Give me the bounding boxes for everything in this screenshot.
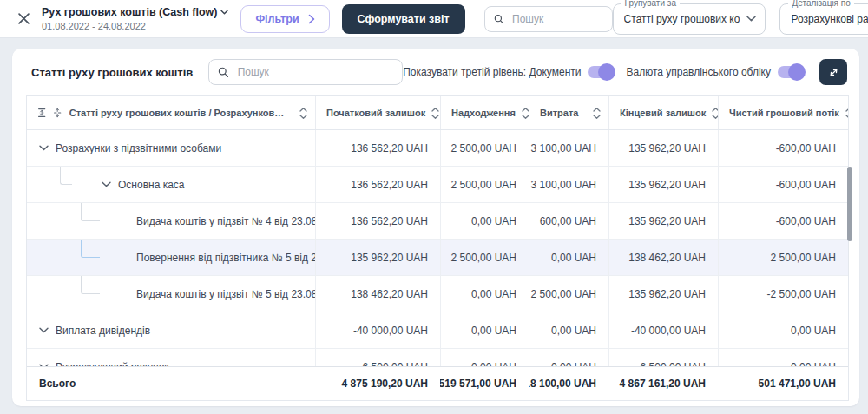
close-icon[interactable] xyxy=(14,10,33,29)
cell-value: 138 462,20 UAH xyxy=(608,240,718,275)
cell-value: 136 562,20 UAH xyxy=(315,130,440,166)
column-label: Початковий залишок xyxy=(326,108,425,118)
sort-icon[interactable] xyxy=(516,107,529,120)
detail-by-select[interactable]: Деталізація по Розрахункові рахунки/к × xyxy=(779,3,868,35)
top-bar: Рух грошових коштів (Cash flow) 01.08.20… xyxy=(0,0,868,38)
vertical-scrollbar[interactable] xyxy=(847,167,852,241)
cell-value: -2 500,00 UAH xyxy=(718,276,848,312)
articles-search[interactable] xyxy=(208,59,403,85)
column-label: Кінцевий залишок xyxy=(620,108,706,118)
table-row[interactable]: Видача коштів у підзвіт № 5 від 23.08.20… xyxy=(27,276,848,312)
total-closing-balance: 4 867 161,20 UAH xyxy=(608,367,718,400)
third-level-toggle[interactable] xyxy=(588,66,614,78)
cell-value: -600,00 UAH xyxy=(718,167,848,202)
sort-icon[interactable] xyxy=(587,107,602,120)
global-search-input[interactable] xyxy=(510,12,603,26)
cell-value: 3 100,00 UAH xyxy=(529,167,608,202)
cell-value: 136 562,20 UAH xyxy=(315,203,440,239)
row-label: Повернення від підзвітника № 5 від 23.08… xyxy=(136,252,315,264)
header-articles-column[interactable]: Статті руху грошових коштів / Розрахунко… xyxy=(27,96,315,129)
row-label: Розрахунки з підзвітними особами xyxy=(56,142,221,154)
cell-value: 0,00 UAH xyxy=(440,312,529,348)
chevron-down-icon[interactable] xyxy=(39,145,49,151)
group-by-label: Групувати за xyxy=(621,0,680,8)
cell-value: -40 000,00 UAH xyxy=(315,312,440,348)
cell-value: -40 000,00 UAH xyxy=(608,312,718,348)
currency-toggle[interactable] xyxy=(778,66,804,78)
table-row[interactable]: Виплата дивідендів-40 000,00 UAH0,00 UAH… xyxy=(27,312,848,349)
detail-by-label: Деталізація по xyxy=(788,0,853,8)
report-title-block[interactable]: Рух грошових коштів (Cash flow) 01.08.20… xyxy=(42,6,228,31)
report-title: Рух грошових коштів (Cash flow) xyxy=(42,6,217,18)
group-by-value: Статті руху грошових ко xyxy=(624,13,740,25)
cell-value: -600,00 UAH xyxy=(718,203,848,239)
chevron-down-icon[interactable] xyxy=(39,327,49,333)
table-header-row: Статті руху грошових коштів / Розрахунко… xyxy=(27,96,848,130)
cell-value: 0,00 UAH xyxy=(440,203,529,239)
header-expense[interactable]: Витрата xyxy=(529,96,608,129)
total-expense: 18 100,00 UAH xyxy=(529,367,608,400)
cell-value: 135 962,20 UAH xyxy=(315,240,440,275)
sort-icon[interactable] xyxy=(706,107,718,120)
collapse-all-icon[interactable] xyxy=(37,107,46,119)
tree-connector xyxy=(60,167,72,185)
sort-icon[interactable] xyxy=(293,107,308,120)
table-row[interactable]: Видача коштів у підзвіт № 4 від 23.08.20… xyxy=(27,203,848,240)
cell-value: 135 962,20 UAH xyxy=(608,276,718,312)
chevron-down-icon xyxy=(746,16,756,22)
cell-value: 600,00 UAH xyxy=(529,203,608,239)
header-income[interactable]: Надходження xyxy=(440,96,529,129)
articles-search-input[interactable] xyxy=(236,65,394,79)
search-icon xyxy=(218,66,228,78)
report-card: Статті руху грошових коштів Показувати т… xyxy=(12,49,859,406)
global-search[interactable] xyxy=(484,6,613,32)
app-window: Рух грошових коштів (Cash flow) 01.08.20… xyxy=(0,0,868,414)
card-toolbar: Статті руху грошових коштів Показувати т… xyxy=(12,49,859,95)
sort-icon[interactable] xyxy=(425,107,440,120)
filters-label: Фільтри xyxy=(255,13,299,25)
third-level-toggle-item: Показувати третій рівень: Документи xyxy=(403,66,614,78)
table-row[interactable]: Повернення від підзвітника № 5 від 23.08… xyxy=(27,240,848,276)
cell-value: 2 500,00 UAH xyxy=(440,130,529,166)
search-icon xyxy=(494,13,503,25)
column-label: Статті руху грошових коштів / Розрахунко… xyxy=(69,108,286,118)
total-opening-balance: 4 875 190,20 UAH xyxy=(315,367,440,400)
card-title: Статті руху грошових коштів xyxy=(31,66,193,79)
cell-value: 138 462,20 UAH xyxy=(315,276,440,312)
header-net-cashflow[interactable]: Чистий грошовий потік xyxy=(718,96,848,129)
column-label: Витрата xyxy=(540,108,578,118)
sort-icon[interactable] xyxy=(839,107,848,120)
total-row: Всього 4 875 190,20 UAH 519 571,00 UAH 1… xyxy=(27,366,848,400)
tree-connector xyxy=(81,240,100,258)
total-net-cashflow: 501 471,00 UAH xyxy=(718,367,848,400)
header-opening-balance[interactable]: Початковий залишок xyxy=(315,96,440,129)
tree-connector xyxy=(81,203,100,221)
generate-report-button[interactable]: Сформувати звіт xyxy=(342,4,465,34)
cell-value: 2 500,00 UAH xyxy=(718,240,848,275)
group-by-select[interactable]: Групувати за Статті руху грошових ко xyxy=(613,3,766,35)
cell-value: -600,00 UAH xyxy=(718,130,848,166)
cell-value: 0,00 UAH xyxy=(529,240,608,275)
fullscreen-button[interactable] xyxy=(819,59,847,85)
row-label: Основна каса xyxy=(118,179,185,191)
table-row[interactable]: Основна каса136 562,20 UAH2 500,00 UAH3 … xyxy=(27,167,848,203)
column-label: Надходження xyxy=(451,108,516,118)
chevron-down-icon[interactable] xyxy=(102,181,111,187)
cashflow-table: Статті руху грошових коштів / Розрахунко… xyxy=(26,95,849,401)
table-body: Розрахунки з підзвітними особами136 562,… xyxy=(27,130,848,370)
third-level-toggle-label: Показувати третій рівень: Документи xyxy=(403,66,581,78)
cell-value: 2 500,00 UAH xyxy=(529,276,608,312)
cell-value: 2 500,00 UAH xyxy=(440,240,529,275)
cell-value: 136 562,20 UAH xyxy=(315,167,440,202)
row-label: Видача коштів у підзвіт № 4 від 23.08.20… xyxy=(136,215,315,227)
cell-value: 135 962,20 UAH xyxy=(608,203,718,239)
report-date-range: 01.08.2022 - 24.08.2022 xyxy=(42,21,228,31)
cell-value: 3 100,00 UAH xyxy=(529,130,608,166)
chevron-down-icon xyxy=(220,10,228,15)
total-income: 519 571,00 UAH xyxy=(440,367,529,400)
table-row[interactable]: Розрахунки з підзвітними особами136 562,… xyxy=(27,130,848,167)
expand-all-icon[interactable] xyxy=(53,107,62,119)
filters-button[interactable]: Фільтри xyxy=(240,5,329,33)
header-closing-balance[interactable]: Кінцевий залишок xyxy=(608,96,718,129)
cell-value: 0,00 UAH xyxy=(529,312,608,348)
